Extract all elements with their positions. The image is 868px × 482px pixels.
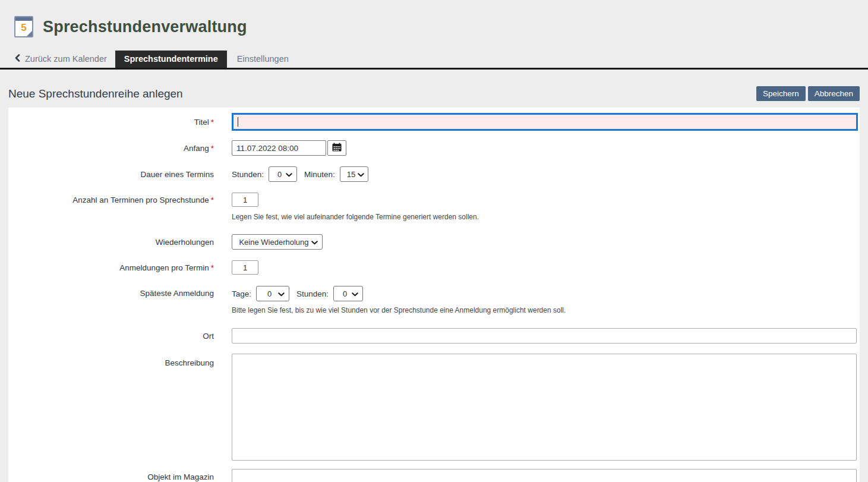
objekt-label: Objekt im Magazin [8, 472, 214, 481]
chevron-down-icon [278, 289, 285, 298]
form-row-ort: Ort [8, 328, 860, 344]
spaeteste-help-text: Bitte legen Sie fest, bis zu wie viel St… [232, 306, 857, 314]
spaeteste-stunden-label: Stunden: [296, 289, 329, 298]
spaeteste-stunden-select[interactable]: 0 [333, 286, 363, 301]
back-to-calendar-link[interactable]: Zurück zum Kalender [0, 54, 115, 68]
dauer-minuten-select[interactable]: 15 [340, 166, 368, 182]
page-title: Neue Sprechstundenreihe anlegen [8, 87, 183, 100]
required-marker: * [211, 144, 214, 153]
calendar-icon-topbar [15, 17, 32, 21]
app-title: Sprechstundenverwaltung [43, 18, 247, 36]
form-row-anfang: Anfang* [8, 140, 860, 156]
calendar-icon: 5 [14, 16, 33, 37]
tab-einstellungen[interactable]: Einstellungen [228, 51, 298, 68]
spaeteste-label: Späteste Anmeldung [8, 286, 214, 298]
beschreibung-textarea[interactable] [232, 354, 857, 461]
dauer-minuten-label: Minuten: [304, 170, 335, 179]
objekt-input[interactable] [232, 469, 857, 482]
beschreibung-label: Beschreibung [8, 354, 214, 367]
form-row-wiederholungen: Wiederholungen Keine Wiederholung [8, 234, 860, 250]
anmeldungen-label: Anmeldungen pro Termin* [8, 263, 214, 272]
text-cursor [238, 117, 238, 127]
form-panel: Titel* Anfang* [8, 108, 860, 482]
chevron-left-icon [14, 54, 20, 64]
page-heading-row: Neue Sprechstundenreihe anlegen Speicher… [8, 86, 860, 101]
form-row-anzahl: Anzahl an Terminen pro Sprechstunde* Leg… [8, 193, 860, 221]
calendar-icon-fold [26, 30, 33, 37]
cancel-button[interactable]: Abbrechen [808, 86, 860, 101]
anfang-label: Anfang* [8, 144, 214, 153]
form-row-dauer: Dauer eines Termins Stunden: 0 Minuten: … [8, 166, 860, 182]
datepicker-button[interactable] [327, 140, 346, 156]
anzahl-input[interactable] [232, 193, 258, 207]
dauer-label: Dauer eines Termins [8, 170, 214, 179]
form-row-spaeteste: Späteste Anmeldung Tage: 0 Stunden: 0 Bi… [8, 286, 860, 314]
required-marker: * [211, 263, 214, 272]
anzahl-help-text: Legen Sie fest, wie viel aufeinander fol… [232, 213, 857, 221]
save-button[interactable]: Speichern [756, 86, 806, 101]
titel-label: Titel* [8, 118, 214, 127]
chevron-down-icon [352, 289, 358, 298]
anzahl-label: Anzahl an Terminen pro Sprechstunde* [8, 193, 214, 204]
back-link-label: Zurück zum Kalender [25, 54, 107, 64]
anmeldungen-input[interactable] [232, 260, 258, 275]
dauer-stunden-select[interactable]: 0 [269, 166, 297, 182]
anfang-date-input[interactable] [232, 140, 326, 156]
tab-sprechstundentermine[interactable]: Sprechstundentermine [115, 51, 227, 68]
form-row-objekt: Objekt im Magazin [8, 469, 860, 482]
required-marker: * [211, 118, 214, 127]
chevron-down-icon [311, 238, 318, 247]
chevron-down-icon [358, 170, 364, 179]
required-marker: * [211, 196, 214, 204]
app-header: 5 Sprechstundenverwaltung [0, 0, 868, 42]
form-row-beschreibung: Beschreibung [8, 354, 860, 463]
ort-label: Ort [8, 332, 214, 341]
form-row-titel: Titel* [8, 108, 860, 131]
dauer-stunden-label: Stunden: [232, 170, 264, 179]
tab-bar: Zurück zum Kalender Sprechstundentermine… [0, 51, 868, 70]
chevron-down-icon [286, 170, 292, 179]
form-row-anmeldungen: Anmeldungen pro Termin* [8, 260, 860, 275]
ort-input[interactable] [232, 328, 857, 344]
spaeteste-tage-select[interactable]: 0 [256, 286, 289, 301]
titel-input[interactable] [232, 113, 858, 131]
wiederholungen-select[interactable]: Keine Wiederholung [232, 234, 323, 250]
calendar-grid-icon [332, 143, 342, 153]
spaeteste-tage-label: Tage: [232, 289, 251, 298]
wiederholungen-label: Wiederholungen [8, 238, 214, 247]
action-buttons: Speichern Abbrechen [756, 86, 860, 101]
